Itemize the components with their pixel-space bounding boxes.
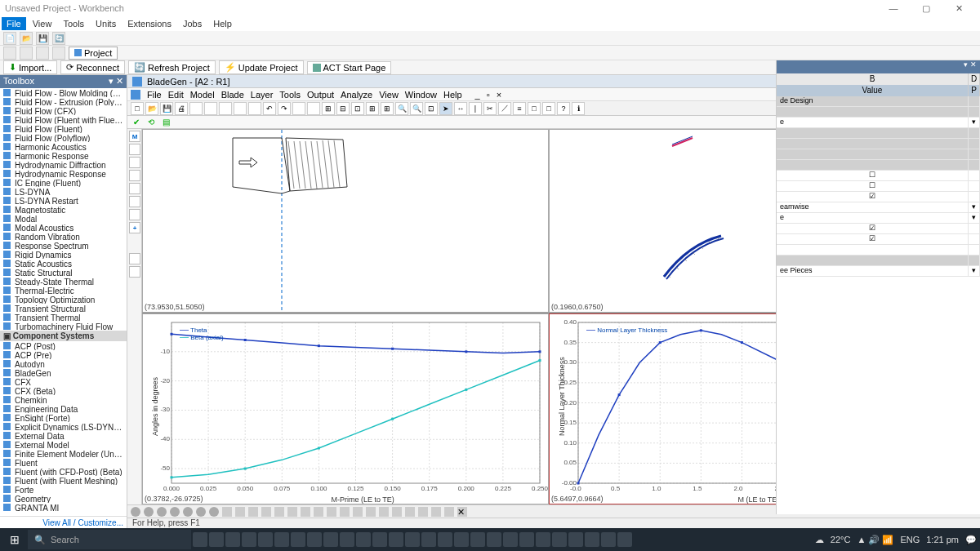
bi2[interactable] [144, 507, 154, 517]
tb-grid4[interactable]: ⊞ [366, 102, 379, 115]
dm-edit[interactable]: Edit [168, 90, 184, 100]
new-icon[interactable]: 📄 [3, 32, 16, 45]
toolbox-item[interactable]: ACP (Pre) [0, 350, 127, 359]
task-8[interactable] [307, 532, 322, 547]
bi18[interactable] [353, 507, 363, 517]
bi4[interactable] [170, 507, 180, 517]
toolbox-item[interactable]: Finite Element Modeler (Unsupported) [0, 449, 127, 458]
doc-inner-min[interactable]: _ [475, 90, 480, 100]
bi-close[interactable]: ✕ [457, 507, 467, 517]
task-27[interactable] [617, 532, 632, 547]
toolbox-item[interactable]: BladeGen [0, 368, 127, 377]
toolbox-item[interactable]: IC Engine (Fluent) [0, 178, 127, 187]
close-button[interactable]: ✕ [942, 0, 975, 16]
task-6[interactable] [274, 532, 289, 547]
accept-icon[interactable]: ✔ [131, 117, 142, 128]
dm-layer[interactable]: Layer [251, 90, 274, 100]
bi8[interactable] [222, 507, 232, 517]
lt-6[interactable] [129, 196, 140, 207]
max-button[interactable]: ▢ [910, 0, 942, 16]
toolbox-item[interactable]: Engineering Data [0, 404, 127, 413]
tb-new[interactable]: □ [131, 102, 144, 115]
tb-zoomin[interactable]: 🔍 [395, 102, 408, 115]
task-21[interactable] [519, 532, 534, 547]
tb-grid1[interactable]: ⊞ [322, 102, 335, 115]
toolbox-item[interactable]: Magnetostatic [0, 205, 127, 214]
bi3[interactable] [157, 507, 167, 517]
tb-13[interactable] [307, 102, 320, 115]
task-13[interactable] [389, 532, 403, 547]
toolbox-item[interactable]: Thermal-Electric [0, 286, 127, 295]
tb-zoomout[interactable]: 🔍 [410, 102, 423, 115]
toolbox-item[interactable]: Random Vibration [0, 232, 127, 241]
bi24[interactable] [431, 507, 441, 517]
tb-open[interactable]: 📂 [145, 102, 158, 115]
dm-blade[interactable]: Blade [221, 90, 244, 100]
bi7[interactable] [209, 507, 219, 517]
bi11[interactable] [261, 507, 271, 517]
task-10[interactable] [340, 532, 354, 547]
task-26[interactable] [601, 532, 616, 547]
menu-extensions[interactable]: Extensions [122, 17, 176, 30]
bi1[interactable] [131, 507, 140, 517]
tb-9[interactable] [248, 102, 261, 115]
toolbox-category[interactable]: ▣ Component Systems [0, 331, 127, 341]
bi21[interactable] [392, 507, 402, 517]
toolbox-item[interactable]: Fluid Flow (Fluent with Fluent Meshing) … [0, 115, 127, 124]
toolbox-item[interactable]: GRANTA MI [0, 503, 127, 512]
refresh-project-tab[interactable]: 🔄Refresh Project [128, 60, 216, 74]
tb-25[interactable]: □ [528, 102, 541, 115]
bi15[interactable] [314, 507, 323, 517]
menu-units[interactable]: Units [91, 17, 121, 30]
lt-2[interactable] [129, 144, 140, 155]
bi9[interactable] [235, 507, 245, 517]
dm-window[interactable]: Window [405, 90, 437, 100]
toolbox-item[interactable]: Harmonic Response [0, 151, 127, 160]
tb-21[interactable]: | [469, 102, 482, 115]
lt-plus[interactable]: + [129, 222, 140, 233]
bi14[interactable] [301, 507, 310, 517]
tb-help[interactable]: ? [557, 102, 570, 115]
tb-23[interactable]: ／ [498, 102, 511, 115]
bi16[interactable] [327, 507, 336, 517]
btn1[interactable] [3, 47, 16, 60]
bi22[interactable] [405, 507, 415, 517]
dm-file[interactable]: File [147, 90, 162, 100]
task-1[interactable] [193, 532, 207, 547]
angle-chart[interactable]: 0.0000.0250.0500.0750.1000.1250.1500.175… [142, 313, 549, 504]
toolbox-footer[interactable]: View All / Customize... [0, 516, 127, 529]
toolbox-item[interactable]: Fluent (with Fluent Meshing) [0, 476, 127, 485]
tb-24[interactable]: ≡ [513, 102, 526, 115]
bi12[interactable] [274, 507, 284, 517]
btn4[interactable] [52, 47, 65, 60]
task-5[interactable] [258, 532, 273, 547]
doc-inner-close[interactable]: × [497, 90, 501, 100]
task-14[interactable] [405, 532, 420, 547]
toolbox-item[interactable]: Fluid Flow (CFX) [0, 106, 127, 115]
layers-icon[interactable]: ▤ [160, 117, 172, 128]
bi17[interactable] [340, 507, 350, 517]
toolbox-item[interactable]: Turbomachinery Fluid Flow [0, 322, 127, 331]
toolbox-item[interactable]: Fluid Flow - Blow Molding (Polyflow) [0, 88, 127, 97]
tb-5[interactable] [189, 102, 203, 115]
save-icon[interactable]: 💾 [36, 32, 49, 45]
bi23[interactable] [418, 507, 428, 517]
meridional-view[interactable]: (73.9530,51.5050) [142, 129, 549, 313]
bi19[interactable] [366, 507, 376, 517]
bi6[interactable] [196, 507, 206, 517]
toolbox-item[interactable]: LS-DYNA Restart [0, 196, 127, 205]
toolbox-item[interactable]: Fluent [0, 458, 127, 467]
tb-print[interactable]: 🖨 [175, 102, 188, 115]
task-15[interactable] [421, 532, 436, 547]
reconnect-tab[interactable]: ⟳Reconnect [60, 60, 125, 74]
bi25[interactable] [444, 507, 454, 517]
tb-save[interactable]: 💾 [160, 102, 173, 115]
tb-info[interactable]: ℹ [572, 102, 585, 115]
dm-view[interactable]: View [379, 90, 399, 100]
lt-7[interactable] [129, 209, 140, 220]
dm-model[interactable]: Model [190, 90, 215, 100]
menu-file[interactable]: File [2, 17, 26, 30]
tb-fit[interactable]: ⊡ [425, 102, 438, 115]
start-button[interactable]: ⊞ [3, 530, 26, 549]
lt-4[interactable] [129, 170, 140, 181]
